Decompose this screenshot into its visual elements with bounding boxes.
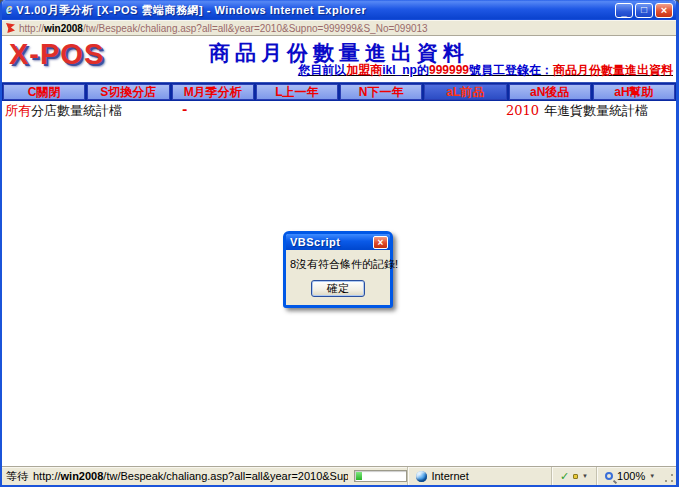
resize-grip[interactable] [663, 472, 675, 484]
dialog-title-bar: VBScript × [286, 234, 390, 250]
menu-item-next-product[interactable]: aN後品 [509, 84, 591, 100]
menu-item-previous-year[interactable]: L上一年 [256, 84, 338, 100]
menu-item-previous-product[interactable]: aL前品 [424, 84, 506, 100]
safety-panel[interactable]: ✓ ▼ [551, 467, 596, 485]
page-header: X-POS 商品月份數量進出資料 您目前以加盟商ikl_np的999999號員工… [2, 36, 676, 82]
url-host: win2008 [44, 23, 83, 34]
vbscript-dialog: VBScript × 8沒有符合條件的記錄! 確定 [283, 231, 393, 308]
status-url-path: /tw/Bespeak/chaliang.asp?all=all&year=20… [103, 470, 348, 482]
login-franchise-id: ikl_np的 [382, 63, 429, 77]
subheader-separator: - [182, 102, 187, 117]
browser-window: e V1.00月季分析 [X-POS 雲端商務網] - Windows Inte… [0, 0, 679, 487]
url-path: /tw/Bespeak/chaliang.asp?all=all&year=20… [83, 23, 428, 34]
maximize-icon: □ [641, 5, 647, 15]
login-current-page: 商品月份數量進出資料 [553, 63, 673, 77]
address-bar: http://win2008/tw/Bespeak/chaliang.asp?a… [2, 20, 676, 36]
status-url-protocol: http:// [33, 470, 61, 482]
close-button[interactable]: × [655, 3, 673, 18]
login-employee-number: 999999 [429, 63, 469, 77]
zoom-dropdown-arrow-icon[interactable]: ▼ [649, 473, 655, 479]
close-icon: × [661, 5, 667, 15]
dialog-close-button[interactable]: × [373, 236, 388, 249]
status-state: 等待 [6, 469, 28, 484]
window-title: V1.00月季分析 [X-POS 雲端商務網] - Windows Intern… [16, 3, 615, 18]
lock-icon [573, 474, 578, 479]
dialog-title: VBScript [290, 236, 373, 248]
status-url-host: win2008 [61, 470, 104, 482]
address-url[interactable]: http://win2008/tw/Bespeak/chaliang.asp?a… [19, 23, 428, 34]
year-rest: 年進貨數量統計檔 [544, 103, 648, 118]
menu-item-next-year[interactable]: N下一年 [340, 84, 422, 100]
dialog-ok-button[interactable]: 確定 [311, 280, 365, 297]
dialog-message: 8沒有符合條件的記錄! [290, 257, 386, 272]
menu-item-month-quarter-analysis[interactable]: M月季分析 [172, 84, 254, 100]
zone-label: Internet [431, 470, 468, 482]
ie-logo-icon: e [6, 3, 12, 17]
dialog-body: 8沒有符合條件的記錄! 確定 [286, 250, 390, 305]
progress-bar [354, 470, 407, 482]
site-favicon-icon [6, 23, 15, 33]
menu-item-close[interactable]: C關閉 [3, 84, 85, 100]
internet-globe-icon [416, 471, 427, 482]
minimize-icon: _ [621, 7, 627, 17]
minimize-button[interactable]: _ [615, 3, 633, 18]
login-text-2: 號員工登錄在： [469, 63, 553, 77]
zoom-panel[interactable]: 100% ▼ [596, 467, 663, 485]
scope-rest: 分店數量統計檔 [31, 103, 122, 118]
url-protocol: http:// [19, 23, 44, 34]
zoom-magnifier-icon [605, 472, 613, 480]
login-status-line: 您目前以加盟商ikl_np的999999號員工登錄在：商品月份數量進出資料 [298, 62, 673, 79]
safety-dropdown-arrow-icon[interactable]: ▼ [582, 473, 588, 479]
security-zone-panel: Internet [407, 467, 550, 485]
menu-item-switch-branch[interactable]: S切換分店 [87, 84, 169, 100]
safety-check-icon: ✓ [560, 470, 569, 483]
window-controls: _ □ × [615, 3, 673, 18]
title-bar: e V1.00月季分析 [X-POS 雲端商務網] - Windows Inte… [2, 0, 676, 20]
status-bar: 等待 http://win2008/tw/Bespeak/chaliang.as… [2, 466, 676, 485]
menu-bar: C關閉 S切換分店 M月季分析 L上一年 N下一年 aL前品 aN後品 aH幫助 [2, 82, 676, 101]
dialog-close-icon: × [378, 237, 384, 248]
status-url: http://win2008/tw/Bespeak/chaliang.asp?a… [33, 470, 348, 482]
maximize-button[interactable]: □ [635, 3, 653, 18]
year-highlight: 2010 [506, 103, 539, 118]
scope-highlight: 所有 [5, 103, 31, 118]
report-subheader: 所有分店數量統計檔 - 2010年進貨數量統計檔 [2, 101, 676, 118]
login-text: 您目前以 [298, 63, 346, 77]
login-franchise-label: 加盟商 [346, 63, 382, 77]
menu-item-help[interactable]: aH幫助 [593, 84, 675, 100]
zoom-level: 100% [617, 470, 645, 482]
progress-fill [356, 472, 362, 480]
